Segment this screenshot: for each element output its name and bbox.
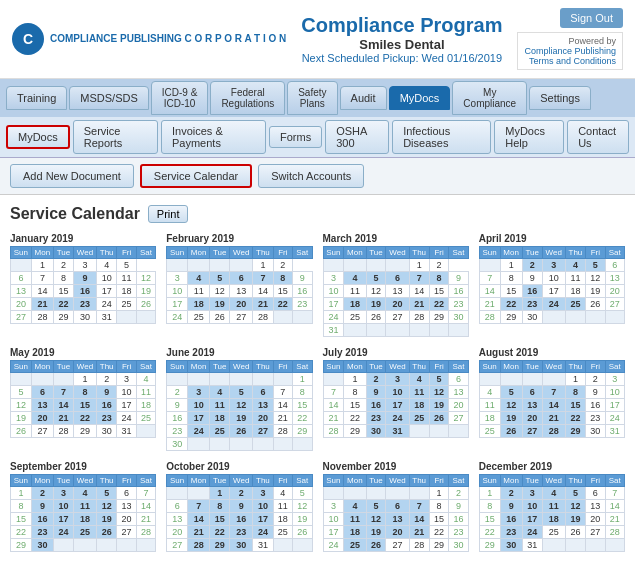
calendar-day[interactable]: 8 xyxy=(293,386,312,399)
calendar-day[interactable]: 23 xyxy=(586,412,605,425)
calendar-day[interactable]: 26 xyxy=(97,526,117,539)
calendar-day[interactable]: 26 xyxy=(429,412,448,425)
calendar-day[interactable]: 5 xyxy=(429,373,448,386)
calendar-day[interactable]: 30 xyxy=(500,539,522,552)
calendar-day[interactable]: 1 xyxy=(409,259,429,272)
calendar-day[interactable]: 4 xyxy=(542,487,565,500)
calendar-day[interactable]: 21 xyxy=(188,526,210,539)
calendar-day[interactable]: 25 xyxy=(344,539,366,552)
calendar-day[interactable]: 27 xyxy=(167,539,188,552)
calendar-day[interactable]: 11 xyxy=(479,399,500,412)
calendar-day[interactable]: 11 xyxy=(117,272,136,285)
calendar-day[interactable]: 26 xyxy=(230,425,253,438)
calendar-day[interactable]: 8 xyxy=(54,272,74,285)
add-new-document-button[interactable]: Add New Document xyxy=(10,164,134,188)
calendar-day[interactable]: 22 xyxy=(273,298,292,311)
nav-icd[interactable]: ICD-9 &ICD-10 xyxy=(151,81,209,115)
calendar-day[interactable]: 23 xyxy=(449,526,468,539)
calendar-day[interactable]: 30 xyxy=(230,539,253,552)
calendar-day[interactable]: 12 xyxy=(136,272,155,285)
calendar-day[interactable]: 31 xyxy=(323,324,344,337)
calendar-day[interactable]: 16 xyxy=(230,513,253,526)
calendar-day[interactable]: 11 xyxy=(344,513,366,526)
calendar-day[interactable]: 4 xyxy=(97,259,117,272)
calendar-day[interactable]: 12 xyxy=(366,285,386,298)
calendar-day[interactable]: 28 xyxy=(479,311,500,324)
calendar-day[interactable]: 18 xyxy=(210,412,230,425)
calendar-day[interactable]: 20 xyxy=(117,513,136,526)
calendar-day[interactable]: 30 xyxy=(97,425,117,438)
calendar-day[interactable]: 15 xyxy=(344,399,366,412)
calendar-day[interactable]: 28 xyxy=(31,311,53,324)
calendar-day[interactable]: 23 xyxy=(449,298,468,311)
nav2-mydocs[interactable]: MyDocs xyxy=(6,125,70,149)
calendar-day[interactable]: 18 xyxy=(136,399,155,412)
calendar-day[interactable]: 3 xyxy=(54,487,74,500)
calendar-day[interactable]: 17 xyxy=(54,513,74,526)
calendar-day[interactable]: 20 xyxy=(253,412,273,425)
calendar-day[interactable]: 21 xyxy=(542,412,565,425)
calendar-day[interactable]: 20 xyxy=(605,285,624,298)
calendar-day[interactable]: 4 xyxy=(344,500,366,513)
nav-mycompliance[interactable]: MyCompliance xyxy=(452,81,527,115)
calendar-day[interactable]: 28 xyxy=(409,539,429,552)
calendar-day[interactable]: 26 xyxy=(366,539,386,552)
calendar-day[interactable]: 6 xyxy=(586,487,605,500)
calendar-day[interactable]: 24 xyxy=(54,526,74,539)
calendar-day[interactable]: 2 xyxy=(230,487,253,500)
calendar-day[interactable]: 21 xyxy=(273,412,292,425)
calendar-day[interactable]: 8 xyxy=(479,500,500,513)
calendar-day[interactable]: 14 xyxy=(605,500,624,513)
calendar-day[interactable]: 7 xyxy=(542,386,565,399)
calendar-day[interactable]: 19 xyxy=(210,298,230,311)
calendar-day[interactable]: 17 xyxy=(323,526,344,539)
calendar-day[interactable]: 20 xyxy=(522,412,542,425)
calendar-day[interactable]: 9 xyxy=(586,386,605,399)
calendar-day[interactable]: 27 xyxy=(230,311,253,324)
nav-msds[interactable]: MSDS/SDS xyxy=(69,86,148,110)
calendar-day[interactable]: 10 xyxy=(167,285,188,298)
calendar-day[interactable]: 16 xyxy=(449,285,468,298)
calendar-day[interactable]: 10 xyxy=(323,513,344,526)
calendar-day[interactable]: 15 xyxy=(11,513,32,526)
calendar-day[interactable]: 14 xyxy=(409,513,429,526)
calendar-day[interactable]: 27 xyxy=(386,311,409,324)
calendar-day[interactable]: 24 xyxy=(323,311,344,324)
calendar-day[interactable]: 5 xyxy=(565,487,585,500)
calendar-day[interactable]: 3 xyxy=(73,259,96,272)
calendar-day[interactable]: 13 xyxy=(230,285,253,298)
calendar-day[interactable]: 31 xyxy=(253,539,273,552)
calendar-day[interactable]: 19 xyxy=(586,285,605,298)
calendar-day[interactable]: 30 xyxy=(522,311,542,324)
calendar-day[interactable]: 14 xyxy=(409,285,429,298)
calendar-day[interactable]: 10 xyxy=(54,500,74,513)
calendar-day[interactable]: 15 xyxy=(429,285,448,298)
calendar-day[interactable]: 8 xyxy=(344,386,366,399)
calendar-day[interactable]: 20 xyxy=(11,298,32,311)
calendar-day[interactable]: 23 xyxy=(366,412,386,425)
calendar-day[interactable]: 24 xyxy=(117,412,136,425)
calendar-day[interactable]: 24 xyxy=(605,412,624,425)
calendar-day[interactable]: 7 xyxy=(253,272,273,285)
calendar-day[interactable]: 28 xyxy=(542,425,565,438)
calendar-day[interactable]: 17 xyxy=(605,399,624,412)
calendar-day[interactable]: 14 xyxy=(54,399,74,412)
calendar-day[interactable]: 25 xyxy=(344,311,366,324)
calendar-day[interactable]: 6 xyxy=(386,500,409,513)
calendar-day[interactable]: 13 xyxy=(386,285,409,298)
calendar-day[interactable]: 18 xyxy=(542,513,565,526)
calendar-day[interactable]: 4 xyxy=(136,373,155,386)
calendar-day[interactable]: 2 xyxy=(429,259,448,272)
calendar-day[interactable]: 3 xyxy=(117,373,136,386)
calendar-day[interactable]: 22 xyxy=(565,412,585,425)
calendar-day[interactable]: 23 xyxy=(500,526,522,539)
calendar-day[interactable]: 29 xyxy=(429,311,448,324)
calendar-day[interactable]: 26 xyxy=(11,425,32,438)
calendar-day[interactable]: 15 xyxy=(210,513,230,526)
calendar-day[interactable]: 1 xyxy=(73,373,96,386)
calendar-day[interactable]: 19 xyxy=(565,513,585,526)
calendar-day[interactable]: 29 xyxy=(11,539,32,552)
nav-training[interactable]: Training xyxy=(6,86,67,110)
calendar-day[interactable]: 18 xyxy=(344,298,366,311)
calendar-day[interactable]: 25 xyxy=(565,298,585,311)
